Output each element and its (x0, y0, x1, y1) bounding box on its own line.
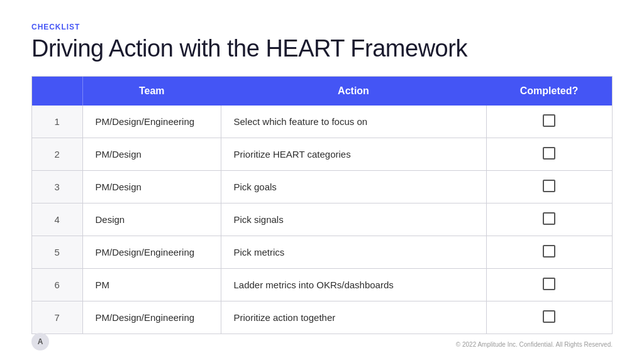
table-row: 4 Design Pick signals (32, 203, 612, 236)
row-team: PM/Design/Engineering (82, 301, 221, 334)
row-team: PM (82, 269, 221, 301)
row-team: PM/Design/Engineering (82, 106, 221, 138)
checkbox-icon[interactable] (543, 147, 555, 160)
row-completed[interactable] (486, 269, 612, 301)
row-number: 3 (32, 171, 82, 203)
row-action: Prioritize action together (221, 301, 486, 334)
col-action: Action (221, 77, 486, 106)
checkbox-icon[interactable] (543, 278, 555, 290)
row-completed[interactable] (486, 236, 612, 269)
table-row: 5 PM/Design/Engineering Pick metrics (32, 236, 612, 269)
row-completed[interactable] (486, 138, 612, 171)
table-row: 1 PM/Design/Engineering Select which fea… (32, 106, 612, 138)
checkbox-icon[interactable] (543, 245, 555, 258)
table-row: 3 PM/Design Pick goals (32, 171, 612, 203)
row-action: Prioritize HEART categories (221, 138, 486, 171)
row-action: Pick signals (221, 203, 486, 236)
row-number: 5 (32, 236, 82, 269)
row-number: 4 (32, 203, 82, 236)
row-number: 6 (32, 269, 82, 301)
col-team: Team (82, 77, 221, 106)
page-title: Driving Action with the HEART Framework (31, 35, 613, 62)
row-team: PM/Design (82, 138, 221, 171)
row-completed[interactable] (486, 301, 612, 334)
row-number: 2 (32, 138, 82, 171)
row-action: Pick metrics (221, 236, 486, 269)
row-team: PM/Design/Engineering (82, 236, 221, 269)
row-number: 1 (32, 106, 82, 138)
row-completed[interactable] (486, 171, 612, 203)
row-team: Design (82, 203, 221, 236)
checklist-table: Team Action Completed? 1 PM/Design/Engin… (31, 76, 613, 334)
logo-circle: A (31, 333, 49, 350)
row-action: Ladder metrics into OKRs/dashboards (221, 269, 486, 301)
row-completed[interactable] (486, 203, 612, 236)
row-action: Pick goals (221, 171, 486, 203)
row-team: PM/Design (82, 171, 221, 203)
checkbox-icon[interactable] (543, 212, 555, 225)
page-wrapper: CHECKLIST Driving Action with the HEART … (0, 0, 644, 358)
col-num (32, 77, 82, 106)
row-action: Select which feature to focus on (221, 106, 486, 138)
checkbox-icon[interactable] (543, 180, 555, 192)
table-row: 6 PM Ladder metrics into OKRs/dashboards (32, 269, 612, 301)
row-completed[interactable] (486, 106, 612, 138)
table-header: Team Action Completed? (32, 77, 612, 106)
table-row: 7 PM/Design/Engineering Prioritize actio… (32, 301, 612, 334)
row-number: 7 (32, 301, 82, 334)
footer-copyright: © 2022 Amplitude Inc. Confidential. All … (456, 341, 613, 348)
col-completed: Completed? (486, 77, 612, 106)
checkbox-icon[interactable] (543, 114, 555, 127)
amplitude-logo: A (31, 333, 49, 350)
checkbox-icon[interactable] (543, 310, 555, 323)
table-body: 1 PM/Design/Engineering Select which fea… (32, 106, 612, 334)
checklist-label: CHECKLIST (31, 23, 613, 31)
table-row: 2 PM/Design Prioritize HEART categories (32, 138, 612, 171)
